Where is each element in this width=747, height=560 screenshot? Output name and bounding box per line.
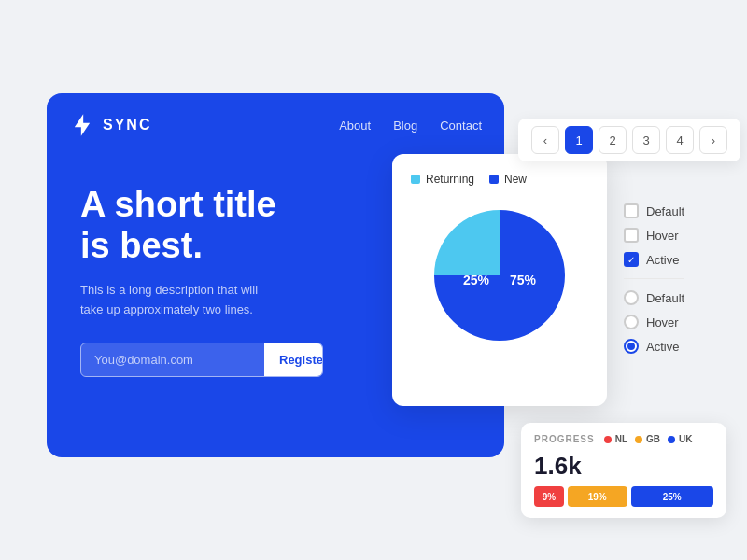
progress-header: PROGRESS NL GB UK <box>534 434 713 444</box>
nav-links: About Blog Contact <box>339 119 482 133</box>
radio-active-inner <box>627 343 635 350</box>
new-dot <box>489 175 499 184</box>
radio-hover[interactable] <box>624 315 639 329</box>
radio-hover-label: Hover <box>646 315 679 329</box>
radio-hover-row: Hover <box>624 315 684 329</box>
logo-wrap: SYNC <box>69 112 339 138</box>
tag-nl: NL <box>604 434 627 444</box>
logo-text: SYNC <box>103 117 151 133</box>
bar-uk: 25% <box>631 486 713 507</box>
checkmark-icon: ✓ <box>627 255 635 265</box>
pagination: ‹ 1 2 3 4 › <box>518 119 740 161</box>
pie-new-pct: 75% <box>510 273 537 287</box>
returning-dot <box>411 175 420 184</box>
radio-default[interactable] <box>624 290 639 305</box>
chart-legend: Returning New <box>411 173 527 186</box>
tag-gb-label: GB <box>646 434 660 444</box>
svg-marker-0 <box>75 114 90 135</box>
checkbox-default-label: Default <box>646 204 684 218</box>
page-2-button[interactable]: 2 <box>599 126 627 154</box>
email-form: Register <box>80 343 323 377</box>
radio-active-row: Active <box>624 339 684 354</box>
hero-nav: SYNC About Blog Contact <box>47 93 504 157</box>
chevron-left-icon: ‹ <box>543 133 547 147</box>
tag-uk: UK <box>668 434 692 444</box>
radio-default-label: Default <box>646 291 684 305</box>
tag-gb-dot <box>635 436 642 443</box>
legend-new: New <box>489 173 527 186</box>
page-prev-button[interactable]: ‹ <box>531 126 559 154</box>
chart-card: Returning New 25% 75% <box>392 154 607 406</box>
pie-returning-pct: 25% <box>463 273 490 287</box>
hero-description: This is a long description that will tak… <box>80 281 267 320</box>
bar-nl-label: 9% <box>543 492 556 502</box>
tag-nl-dot <box>604 436 612 443</box>
checkbox-active[interactable]: ✓ <box>624 252 639 267</box>
checkbox-active-row: ✓ Active <box>624 252 684 267</box>
bar-uk-label: 25% <box>663 492 682 502</box>
canvas: SYNC About Blog Contact A short titleis … <box>0 0 747 560</box>
chevron-right-icon: › <box>712 133 715 147</box>
page-4-button[interactable]: 4 <box>666 126 694 154</box>
lightning-icon <box>69 112 95 138</box>
progress-title: PROGRESS <box>534 434 595 444</box>
page-next-button[interactable]: › <box>699 126 727 154</box>
progress-tags: NL GB UK <box>604 434 693 444</box>
tag-gb: GB <box>635 434 660 444</box>
checkbox-hover-label: Hover <box>646 229 679 243</box>
register-button[interactable]: Register <box>264 343 323 376</box>
checkbox-default[interactable] <box>624 203 639 218</box>
checkbox-default-row: Default <box>624 203 684 218</box>
pie-returning-slice <box>434 210 500 275</box>
returning-label: Returning <box>426 173 474 186</box>
legend-returning: Returning <box>411 173 474 186</box>
options-divider <box>624 278 684 279</box>
radio-active[interactable] <box>624 339 639 354</box>
page-3-button[interactable]: 3 <box>632 126 660 154</box>
tag-nl-label: NL <box>615 434 627 444</box>
new-label: New <box>504 173 527 186</box>
checkbox-hover-row: Hover <box>624 228 684 243</box>
radio-active-label: Active <box>646 340 679 354</box>
nav-contact[interactable]: Contact <box>440 119 482 133</box>
pie-chart: 25% 75% <box>425 201 574 350</box>
progress-card: PROGRESS NL GB UK 1.6k 9% <box>521 423 726 518</box>
nav-about[interactable]: About <box>339 119 371 133</box>
tag-uk-dot <box>668 436 675 443</box>
email-input[interactable] <box>81 343 264 376</box>
radio-default-row: Default <box>624 290 684 305</box>
bar-gb: 19% <box>568 486 627 507</box>
options-panel: Default Hover ✓ Active Default Hover Act… <box>624 203 684 354</box>
progress-bars: 9% 19% 25% <box>534 486 713 507</box>
progress-value: 1.6k <box>534 452 713 481</box>
checkbox-active-label: Active <box>646 253 679 267</box>
tag-uk-label: UK <box>679 434 692 444</box>
bar-nl: 9% <box>534 486 564 507</box>
bar-gb-label: 19% <box>588 492 607 502</box>
checkbox-hover[interactable] <box>624 228 639 243</box>
nav-blog[interactable]: Blog <box>393 119 417 133</box>
page-1-button[interactable]: 1 <box>565 126 593 154</box>
